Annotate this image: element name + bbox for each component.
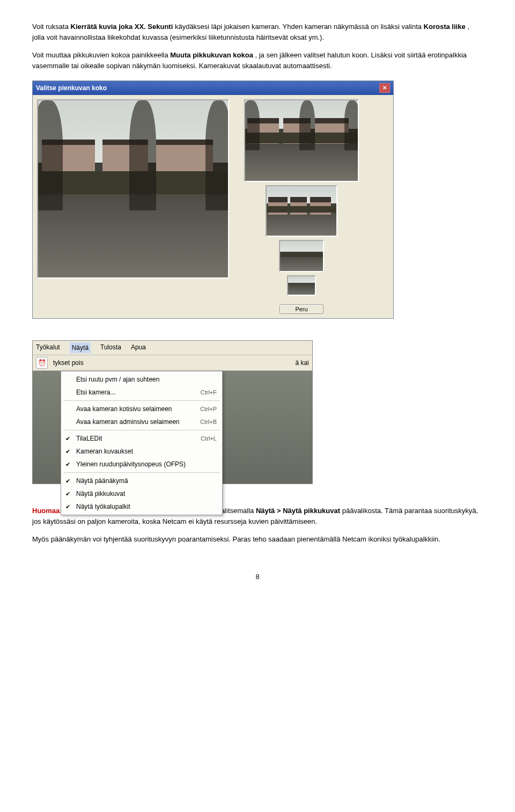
check-icon: ✔ [63, 460, 72, 469]
thumb-option-2[interactable] [266, 185, 337, 237]
check-icon: ✔ [63, 477, 72, 486]
page-number: 8 [32, 572, 483, 582]
text: Voit muuttaa pikkukuvien kokoa painikkee… [32, 51, 170, 59]
preview-large[interactable] [37, 99, 229, 279]
menu-item[interactable]: ✔Kameran kuvaukset [61, 445, 222, 458]
menu-item-shortcut: Ctrl+L [201, 434, 217, 443]
menu-item[interactable]: ✔Näytä päänäkymä [61, 474, 222, 487]
toolbar-label: tykset pois [53, 358, 84, 368]
thumb-option-3[interactable] [279, 240, 324, 272]
menu-item-shortcut: Ctrl+F [201, 388, 217, 397]
menu-item-label: Näytä työkalupalkit [76, 502, 212, 511]
menu-item-label: TilaLEDit [76, 434, 196, 443]
paragraph-2: Voit muuttaa pikkukuvien kokoa painikkee… [32, 50, 483, 71]
menu-separator [63, 472, 220, 473]
menu-item-label: Avaa kameran kotisivu selaimeen [76, 404, 196, 414]
backdrop: Etsi ruutu pvm / ajan suhteen Etsi kamer… [33, 371, 312, 484]
menu-item-label: Avaa kameran adminsivu selaimeen [76, 417, 196, 427]
menu-view[interactable]: Näytä [70, 342, 91, 353]
menubar: Työkalut Näytä Tulosta Apua [33, 341, 312, 355]
menu-item[interactable]: Etsi kamera...Ctrl+F [61, 386, 222, 399]
menu-item-label: Yleinen ruudunpäivitysnopeus (OFPS) [76, 459, 212, 469]
bold-text: Muuta pikkukuvan kokoa [170, 51, 253, 59]
menu-item[interactable]: ✔TilaLEDitCtrl+L [61, 432, 222, 445]
text: käydäksesi läpi jokaisen kameran. Yhden … [175, 23, 424, 31]
paragraph-4: Myös päänäkymän voi tyhjentää suoritusky… [32, 534, 483, 545]
close-icon[interactable]: ✕ [379, 83, 390, 93]
note-label: Huomaa: [32, 507, 62, 515]
menu-item[interactable]: ✔Yleinen ruudunpäivitysnopeus (OFPS) [61, 458, 222, 471]
menu-screenshot: Työkalut Näytä Tulosta Apua ⏰ tykset poi… [32, 340, 313, 484]
bold-text: Korosta liike [424, 23, 466, 31]
menu-item[interactable]: Etsi ruutu pvm / ajan suhteen [61, 373, 222, 386]
menu-item-shortcut: Ctrl+P [200, 405, 217, 414]
menu-item-label: Näytä pikkukuvat [76, 489, 212, 499]
toolbar: ⏰ tykset pois ä kai [33, 355, 312, 371]
text: Voit ruksata [32, 23, 71, 31]
check-icon: ✔ [63, 489, 72, 499]
menu-separator [63, 400, 220, 401]
bold-text: Näytä > Näytä pikkukuvat [256, 507, 340, 515]
check-icon: ✔ [63, 502, 72, 511]
menu-item[interactable]: Avaa kameran kotisivu selaimeenCtrl+P [61, 403, 222, 415]
menu-item-label: Etsi ruutu pvm / ajan suhteen [76, 375, 212, 384]
thumb-option-1[interactable] [244, 99, 359, 182]
menu-separator [63, 430, 220, 430]
menu-item-label: Etsi kamera... [76, 387, 196, 397]
menu-item-label: Näytä päänäkymä [76, 476, 212, 486]
clock-icon[interactable]: ⏰ [36, 357, 48, 369]
menu-item[interactable]: ✔Näytä pikkukuvat [61, 487, 222, 500]
dialog-title: Valitse pienkuvan koko [36, 83, 107, 93]
dialog-thumbnail-size: Valitse pienkuvan koko ✕ [32, 81, 394, 319]
thumbnail-column: Peru [240, 99, 363, 314]
menu-print[interactable]: Tulosta [100, 342, 121, 353]
menu-item-shortcut: Ctrl+B [200, 418, 217, 427]
thumb-option-4[interactable] [287, 275, 316, 296]
menu-tools[interactable]: Työkalut [36, 342, 60, 353]
menu-help[interactable]: Apua [131, 342, 146, 353]
cancel-button[interactable]: Peru [279, 304, 323, 314]
dropdown-view: Etsi ruutu pvm / ajan suhteen Etsi kamer… [61, 371, 223, 515]
menu-item[interactable]: Avaa kameran adminsivu selaimeenCtrl+B [61, 415, 222, 428]
check-icon: ✔ [63, 434, 72, 443]
menu-item[interactable]: ✔Näytä työkalupalkit [61, 500, 222, 513]
dialog-body: Peru [33, 95, 393, 318]
bold-text: Kierrätä kuvia joka XX. Sekunti [71, 23, 173, 31]
paragraph-1: Voit ruksata Kierrätä kuvia joka XX. Sek… [32, 21, 483, 42]
menu-item-label: Kameran kuvaukset [76, 447, 212, 456]
check-icon: ✔ [63, 447, 72, 456]
toolbar-right-label: ä kai [295, 358, 308, 368]
titlebar: Valitse pienkuvan koko ✕ [33, 81, 393, 95]
